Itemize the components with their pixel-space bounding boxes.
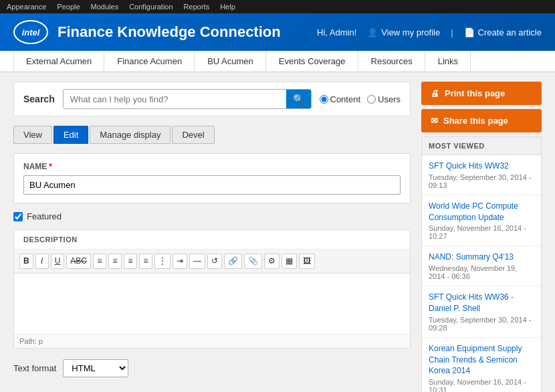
most-viewed-item-date: Sunday, November 16, 2014 - 10:31 [429,378,534,392]
tab-devel[interactable]: Devel [172,126,214,144]
top-nav-reports[interactable]: Reports [184,3,210,11]
view-profile-link[interactable]: 👤 View my profile [367,27,440,37]
toolbar-ul[interactable]: ⋮ [154,254,171,269]
toolbar-undo[interactable]: ↺ [207,254,222,269]
most-viewed-list: SFT Quick Hits WW32 Tuesday, September 3… [422,155,541,392]
editor-area[interactable] [14,274,410,334]
toolbar-hr[interactable]: — [189,254,205,269]
toolbar-table[interactable]: ▦ [282,254,297,269]
most-viewed-header: MOST VIEWED [422,137,541,155]
top-nav: Appearance People Modules Configuration … [0,0,555,13]
name-input[interactable] [23,175,401,195]
featured-checkbox-row: Featured [13,211,411,221]
most-viewed-item: NAND: Summary Q4'13 Wednesday, November … [422,246,541,286]
featured-label: Featured [27,211,62,221]
search-input[interactable] [64,90,286,108]
most-viewed-item: Korean Equipment Supply Chain Trends & S… [422,338,541,392]
most-viewed-section: MOST VIEWED SFT Quick Hits WW32 Tuesday,… [421,136,542,392]
text-format-row: Text format HTML Plain text Full HTML [13,357,411,380]
share-icon: ✉ [431,116,438,126]
nav-bu-acumen[interactable]: BU Acumen [195,51,266,72]
most-viewed-item-title[interactable]: SFT Quick Hits WW36 - Daniel P. Shell [429,292,534,314]
text-format-label: Text format [13,363,56,373]
search-option-content[interactable]: Content [320,94,361,104]
search-options: Content Users [320,94,401,104]
header-left: intel Finance Knowledge Connection [13,20,281,44]
search-input-wrap: 🔍 [63,89,312,109]
toolbar-align-left[interactable]: ≡ [93,254,106,269]
most-viewed-item-title[interactable]: Korean Equipment Supply Chain Trends & S… [429,343,534,377]
article-icon: 📄 [464,27,475,37]
name-field-section: NAME * [13,153,411,203]
toolbar-indent[interactable]: ⇥ [173,254,187,269]
nav-resources[interactable]: Resources [358,51,425,72]
search-option-users[interactable]: Users [367,94,401,104]
toolbar-link[interactable]: 🔗 [224,254,242,269]
most-viewed-item-title[interactable]: NAND: Summary Q4'13 [429,252,534,263]
toolbar-media[interactable]: 🖼 [299,254,315,269]
toolbar-bold[interactable]: B [19,254,33,269]
featured-checkbox[interactable] [13,212,23,221]
most-viewed-item-date: Sunday, November 16, 2014 - 10:27 [429,224,534,240]
print-icon: 🖨 [431,88,439,98]
top-nav-configuration[interactable]: Configuration [129,3,173,11]
header-separator: | [451,27,453,37]
nav-external-acumen[interactable]: External Acumen [13,51,104,72]
text-format-select[interactable]: HTML Plain text Full HTML [63,359,128,377]
toolbar-source[interactable]: ⚙ [264,254,280,269]
top-nav-modules[interactable]: Modules [91,3,119,11]
main-area: Search 🔍 Content Users View Edit Manage … [0,72,555,392]
nav-finance-acumen[interactable]: Finance Acumen [104,51,195,72]
most-viewed-item: World Wide PC Compute Consumption Update… [422,195,541,247]
name-label: NAME * [23,162,401,171]
toolbar-align-center[interactable]: ≡ [108,254,122,269]
most-viewed-item-title[interactable]: SFT Quick Hits WW32 [429,161,534,172]
site-title: Finance Knowledge Connection [58,23,281,41]
toolbar-ol[interactable]: ≡ [139,254,152,269]
top-nav-help[interactable]: Help [220,3,235,11]
intel-logo: intel [13,20,48,44]
toolbar-image[interactable]: 📎 [244,254,262,269]
nav-links[interactable]: Links [425,51,471,72]
tab-bar: View Edit Manage display Devel [13,126,411,144]
most-viewed-item: SFT Quick Hits WW36 - Daniel P. Shell Tu… [422,286,541,338]
toolbar-strikethrough[interactable]: ABC [66,254,91,269]
most-viewed-item-date: Wednesday, November 19, 2014 - 06:36 [429,264,534,280]
editor-path: Path: p [14,334,410,348]
content-left: Search 🔍 Content Users View Edit Manage … [13,82,411,392]
most-viewed-item-date: Tuesday, September 30, 2014 - 09:13 [429,173,534,189]
name-required: * [49,162,52,171]
toolbar-italic[interactable]: I [35,254,49,269]
most-viewed-item-date: Tuesday, September 30, 2014 - 09:28 [429,316,534,332]
header: intel Finance Knowledge Connection Hi, A… [0,13,555,51]
tab-view[interactable]: View [13,126,52,144]
sidebar-right: 🖨 Print this page ✉ Share this page MOST… [421,82,542,392]
most-viewed-item: SFT Quick Hits WW32 Tuesday, September 3… [422,155,541,195]
description-section: DESCRIPTION B I U ABC ≡ ≡ ≡ ≡ ⋮ ⇥ — ↺ 🔗 … [13,229,411,349]
share-button[interactable]: ✉ Share this page [421,109,542,132]
secondary-nav: External Acumen Finance Acumen BU Acumen… [0,51,555,72]
profile-icon: 👤 [367,27,378,37]
nav-events-coverage[interactable]: Events Coverage [266,51,358,72]
toolbar-underline[interactable]: U [51,254,65,269]
create-article-link[interactable]: 📄 Create an article [464,27,542,37]
most-viewed-item-title[interactable]: World Wide PC Compute Consumption Update [429,201,534,223]
top-nav-people[interactable]: People [57,3,80,11]
description-header: DESCRIPTION [14,230,410,250]
top-nav-appearance[interactable]: Appearance [7,3,46,11]
print-button[interactable]: 🖨 Print this page [421,82,542,105]
search-button[interactable]: 🔍 [286,90,311,108]
tab-edit[interactable]: Edit [53,126,88,144]
editor-toolbar: B I U ABC ≡ ≡ ≡ ≡ ⋮ ⇥ — ↺ 🔗 📎 ⚙ ▦ 🖼 [14,250,410,274]
search-label: Search [23,94,55,104]
toolbar-align-right[interactable]: ≡ [124,254,137,269]
tab-manage-display[interactable]: Manage display [90,126,171,144]
greeting-text: Hi, Admin! [317,27,356,37]
search-row: Search 🔍 Content Users [13,82,411,116]
header-right: Hi, Admin! 👤 View my profile | 📄 Create … [317,27,542,37]
